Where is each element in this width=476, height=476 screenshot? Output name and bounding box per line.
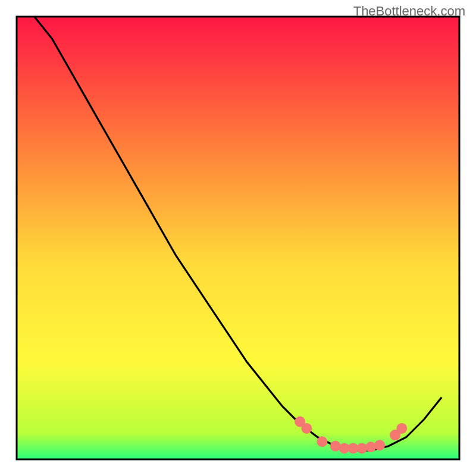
watermark-text: TheBottleneck.com (353, 4, 465, 19)
curve-marker (396, 423, 407, 434)
curve-marker (365, 441, 376, 452)
curve-marker (317, 436, 327, 447)
plot-area (17, 17, 459, 459)
curve-marker (374, 440, 385, 450)
chart-svg (0, 0, 476, 476)
gradient-background (17, 17, 459, 459)
bottleneck-chart: TheBottleneck.com (0, 0, 476, 476)
curve-marker (301, 423, 312, 434)
